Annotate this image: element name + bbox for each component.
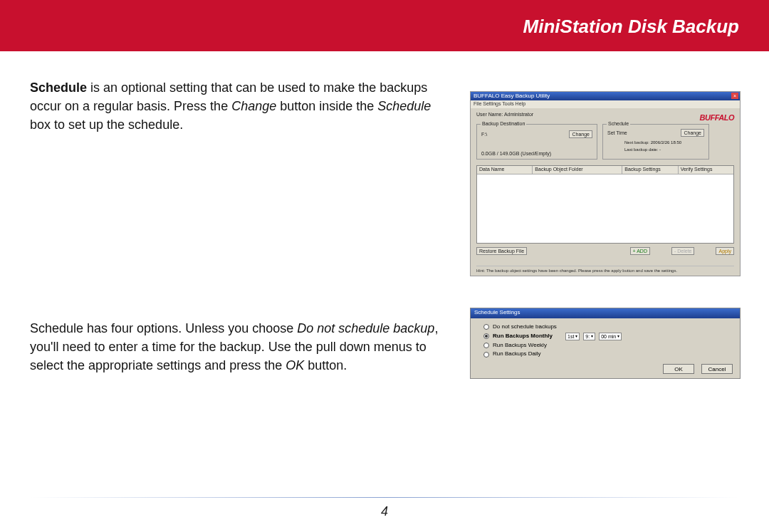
paragraph-1: Schedule is an optional setting that can… — [30, 78, 443, 134]
radio-icon[interactable] — [483, 324, 489, 330]
th-verify-settings: Verify Settings — [679, 166, 733, 174]
footer-rule — [30, 497, 739, 498]
dest-drive: F:\ — [481, 132, 487, 137]
para1-em-change: Change — [231, 99, 276, 113]
add-button[interactable]: + ADD — [630, 247, 650, 255]
opt-daily[interactable]: Run Backups Daily — [483, 350, 727, 359]
opt1-label: Do not schedule backups — [493, 323, 557, 332]
para2-em-donot: Do not schedule backup — [297, 321, 434, 335]
radio-icon[interactable] — [483, 352, 489, 358]
para2-text-a: Schedule has four options. Unless you ch… — [30, 321, 297, 335]
close-icon[interactable]: × — [731, 93, 738, 99]
page-number: 4 — [0, 504, 769, 519]
schedule-panel: Schedule Set Time Change Next backup: 20… — [602, 124, 709, 160]
opt3-label: Run Backups Weekly — [493, 341, 547, 350]
sched-panel-label: Schedule — [607, 121, 630, 126]
sched-change-button[interactable]: Change — [681, 129, 704, 137]
sched-last: Last backup date: - — [624, 147, 661, 152]
opt4-label: Run Backups Daily — [493, 350, 541, 359]
dialog-button-row: OK Cancel — [663, 364, 733, 374]
delete-button[interactable]: - Delete — [671, 247, 695, 255]
dialog-titlebar: Schedule Settings — [471, 308, 740, 318]
th-data-name: Data Name — [477, 166, 533, 174]
brand-logo: BUFFALO — [700, 113, 734, 122]
radio-icon[interactable] — [483, 343, 489, 348]
cancel-button[interactable]: Cancel — [701, 364, 733, 374]
backup-destination-panel: Backup Destination F:\ Change 0.0GB / 14… — [476, 124, 597, 160]
window-titlebar: BUFFALO Easy Backup Utility × — [471, 92, 740, 100]
hint-text: Hint: The backup object settings have be… — [476, 266, 734, 273]
restore-button[interactable]: Restore Backup File — [476, 247, 527, 255]
chevron-down-icon: ▾ — [591, 333, 593, 340]
chevron-down-icon: ▾ — [575, 333, 577, 340]
bottom-button-row: Restore Backup File + ADD - Delete Apply — [476, 247, 734, 255]
minute-dropdown[interactable]: 00 min▾ — [599, 333, 622, 340]
apply-button[interactable]: Apply — [716, 247, 734, 255]
day-dropdown[interactable]: 1st▾ — [565, 333, 580, 340]
dest-change-button[interactable]: Change — [569, 130, 592, 138]
menubar[interactable]: File Settings Tools Help — [471, 100, 740, 108]
hour-dropdown[interactable]: 9:▾ — [583, 333, 595, 340]
th-backup-settings: Backup Settings — [622, 166, 678, 174]
backup-table: Data Name Backup Object Folder Backup Se… — [476, 165, 734, 244]
opt-do-not-schedule[interactable]: Do not schedule backups — [483, 323, 727, 332]
sched-next: Next backup: 2006/2/26 18:50 — [624, 140, 681, 145]
th-folder: Backup Object Folder — [533, 166, 622, 174]
para1-text-b: button inside the — [276, 99, 377, 113]
username-label: User Name: Administrator — [476, 112, 533, 117]
window-title: BUFFALO Easy Backup Utility — [474, 93, 550, 99]
radio-icon[interactable] — [483, 333, 489, 339]
screenshot-backup-window: BUFFALO Easy Backup Utility × File Setti… — [470, 91, 741, 276]
para2-em-ok: OK — [286, 358, 304, 372]
para1-lead: Schedule — [30, 80, 87, 95]
table-header: Data Name Backup Object Folder Backup Se… — [477, 166, 733, 174]
header-band: MiniStation Disk Backup — [0, 0, 769, 51]
opt-monthly[interactable]: Run Backups Monthly 1st▾ 9:▾ 00 min▾ — [483, 332, 727, 341]
dest-panel-label: Backup Destination — [481, 121, 526, 126]
screenshot-schedule-dialog: Schedule Settings Do not schedule backup… — [470, 308, 741, 379]
paragraph-2: Schedule has four options. Unless you ch… — [30, 319, 443, 375]
ok-button[interactable]: OK — [663, 364, 694, 374]
page-title: MiniStation Disk Backup — [523, 16, 739, 38]
para2-text-c: button. — [304, 358, 347, 372]
sched-settime: Set Time — [607, 130, 627, 135]
chevron-down-icon: ▾ — [617, 333, 619, 340]
dest-size: 0.0GB / 149.0GB (Used/Empty) — [481, 151, 551, 156]
schedule-options: Do not schedule backups Run Backups Mont… — [471, 318, 740, 363]
opt2-label: Run Backups Monthly — [493, 332, 553, 341]
para1-em-schedule: Schedule — [377, 99, 431, 113]
para1-text-c: box to set up the schedule. — [30, 118, 183, 132]
opt-weekly[interactable]: Run Backups Weekly — [483, 341, 727, 350]
